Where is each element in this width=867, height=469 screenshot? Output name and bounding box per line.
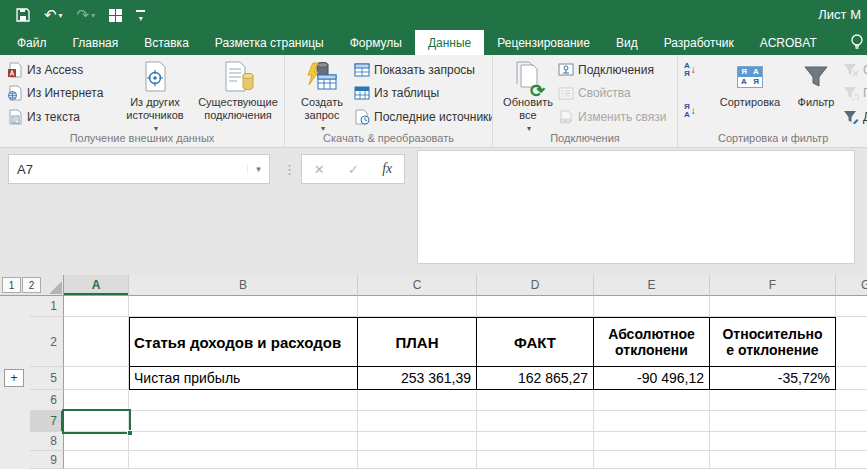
show-queries-button[interactable]: Показать запросы — [353, 59, 489, 80]
cell-e2[interactable]: Абсолютное отклонени — [594, 317, 710, 367]
tab-page-layout[interactable]: Разметка страницы — [202, 30, 337, 55]
cell-f8[interactable] — [710, 432, 836, 451]
clear-filter-button[interactable]: Очистить — [842, 59, 867, 80]
column-header-e[interactable]: E — [594, 275, 710, 296]
cell-e6[interactable] — [594, 390, 710, 411]
cell-b7[interactable] — [129, 411, 358, 432]
column-header-g[interactable]: G — [836, 275, 867, 296]
cell-e1[interactable] — [594, 296, 710, 317]
cell-a7-selected[interactable] — [64, 411, 129, 432]
cell-b1[interactable] — [129, 296, 358, 317]
tab-file[interactable]: Файл — [4, 30, 60, 55]
undo-button[interactable]: ↶▾ — [44, 6, 63, 24]
formula-input[interactable] — [417, 150, 855, 264]
row-header-8[interactable]: 8 — [30, 432, 64, 451]
from-access-button[interactable]: Из Access — [6, 59, 118, 80]
cell-c5[interactable]: 253 361,39 — [358, 367, 477, 390]
cell-a2[interactable] — [64, 317, 129, 367]
row-header-5[interactable]: 5 — [30, 367, 64, 390]
formula-bar-drag-handle[interactable]: ⋮ — [283, 154, 296, 184]
refresh-all-button[interactable]: ⟳ Обновить все▾ — [499, 59, 557, 135]
cell-g2[interactable] — [836, 317, 867, 367]
column-header-d[interactable]: D — [477, 275, 594, 296]
cell-g8[interactable] — [836, 432, 867, 451]
cell-a6[interactable] — [64, 390, 129, 411]
outline-level-2-button[interactable]: 2 — [22, 277, 41, 293]
outline-expand-button[interactable]: + — [4, 369, 24, 387]
cancel-icon[interactable]: ✕ — [314, 162, 325, 177]
cell-a5[interactable] — [64, 367, 129, 390]
column-header-c[interactable]: C — [358, 275, 477, 296]
sort-button[interactable]: ЯААЯ Сортировка — [710, 59, 790, 109]
column-header-a[interactable]: A — [64, 275, 129, 296]
cell-c9[interactable] — [358, 451, 477, 469]
name-box-dropdown-icon[interactable]: ▾ — [247, 164, 269, 174]
column-header-b[interactable]: B — [129, 275, 358, 296]
from-web-button[interactable]: Из Интернета — [6, 83, 118, 104]
cell-g5[interactable] — [836, 367, 867, 390]
cell-g1[interactable] — [836, 296, 867, 317]
cell-d1[interactable] — [477, 296, 594, 317]
cell-c1[interactable] — [358, 296, 477, 317]
connections-button[interactable]: Подключения — [557, 59, 673, 80]
filter-button[interactable]: Фильтр — [790, 59, 842, 109]
cell-e9[interactable] — [594, 451, 710, 469]
row-header-9[interactable]: 9 — [30, 451, 64, 469]
cell-f5[interactable]: -35,72% — [710, 367, 836, 390]
cell-f2[interactable]: Относительно е отклонение — [710, 317, 836, 367]
cell-d9[interactable] — [477, 451, 594, 469]
cell-c8[interactable] — [358, 432, 477, 451]
sort-descending-button[interactable]: ЯА ↓ — [684, 100, 710, 121]
from-table-button[interactable]: Из таблицы — [353, 83, 489, 104]
tab-insert[interactable]: Вставка — [131, 30, 202, 55]
tab-data[interactable]: Данные — [415, 30, 484, 55]
name-box[interactable]: A7 ▾ — [8, 154, 270, 184]
table-style-button[interactable] — [109, 9, 122, 22]
tab-view[interactable]: Вид — [603, 30, 651, 55]
cell-g6[interactable] — [836, 390, 867, 411]
row-header-7[interactable]: 7 — [30, 411, 64, 432]
reapply-filter-button[interactable]: Повторить — [842, 83, 867, 104]
edit-links-button[interactable]: Изменить связи — [557, 106, 673, 127]
select-all-button[interactable] — [49, 281, 62, 294]
cell-b8[interactable] — [129, 432, 358, 451]
cell-a1[interactable] — [64, 296, 129, 317]
cell-d8[interactable] — [477, 432, 594, 451]
cell-a8[interactable] — [64, 432, 129, 451]
sort-ascending-button[interactable]: АЯ ↓ — [684, 59, 710, 80]
outline-level-1-button[interactable]: 1 — [2, 277, 21, 293]
customize-qat-button[interactable]: ▾ — [136, 10, 145, 21]
cell-b5[interactable]: Чистая прибыль — [129, 367, 358, 390]
insert-function-icon[interactable]: fx — [382, 161, 392, 177]
row-header-1[interactable]: 1 — [30, 296, 64, 317]
advanced-filter-button[interactable]: Дополнительно — [842, 106, 867, 127]
save-button[interactable] — [16, 8, 30, 22]
row-header-2[interactable]: 2 — [30, 317, 64, 367]
cell-e7[interactable] — [594, 411, 710, 432]
fill-handle[interactable] — [127, 430, 133, 436]
existing-connections-button[interactable]: Существующие подключения — [192, 59, 284, 122]
redo-button[interactable]: ↷▾ — [77, 6, 96, 24]
cell-d7[interactable] — [477, 411, 594, 432]
tell-me-button[interactable] — [849, 33, 865, 55]
cell-d2[interactable]: ФАКТ — [477, 317, 594, 367]
recent-sources-button[interactable]: Последние источники — [353, 106, 489, 127]
from-text-button[interactable]: Из текста — [6, 106, 118, 127]
new-query-button[interactable]: Создать запрос▾ — [291, 59, 353, 135]
cell-d5[interactable]: 162 865,27 — [477, 367, 594, 390]
cell-e8[interactable] — [594, 432, 710, 451]
cell-f1[interactable] — [710, 296, 836, 317]
cell-e5[interactable]: -90 496,12 — [594, 367, 710, 390]
cell-f9[interactable] — [710, 451, 836, 469]
properties-button[interactable]: Свойства — [557, 83, 673, 104]
tab-review[interactable]: Рецензирование — [484, 30, 603, 55]
column-header-f[interactable]: F — [710, 275, 836, 296]
cell-c2[interactable]: ПЛАН — [358, 317, 477, 367]
from-other-sources-button[interactable]: Из других источников▾ — [118, 59, 192, 135]
tab-acrobat[interactable]: ACROBAT — [747, 30, 830, 55]
cell-a9[interactable] — [64, 451, 129, 469]
cell-f7[interactable] — [710, 411, 836, 432]
tab-home[interactable]: Главная — [60, 30, 132, 55]
cell-f6[interactable] — [710, 390, 836, 411]
cell-g9[interactable] — [836, 451, 867, 469]
